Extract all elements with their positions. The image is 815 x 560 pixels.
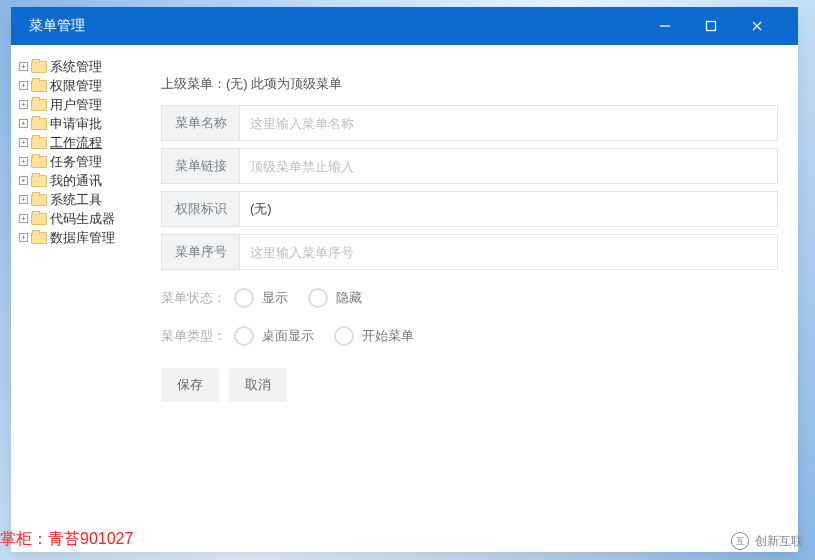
tree-item[interactable]: +代码生成器 bbox=[19, 209, 133, 228]
tree-item-label: 权限管理 bbox=[50, 77, 102, 95]
breadcrumb: 上级菜单：(无) 此项为顶级菜单 bbox=[161, 75, 778, 93]
close-icon[interactable] bbox=[734, 7, 780, 45]
status-label: 菜单状态： bbox=[161, 289, 226, 307]
type-row: 菜单类型： 桌面显示 开始菜单 bbox=[161, 326, 778, 346]
field-order-row: 菜单序号 bbox=[161, 234, 778, 270]
type-start-radio[interactable] bbox=[334, 326, 354, 346]
save-button[interactable]: 保存 bbox=[161, 368, 219, 402]
type-desktop-text: 桌面显示 bbox=[262, 327, 314, 345]
folder-icon bbox=[31, 118, 47, 130]
tree-item-label: 数据库管理 bbox=[50, 229, 115, 247]
minimize-icon[interactable] bbox=[642, 7, 688, 45]
svg-rect-1 bbox=[707, 22, 716, 31]
folder-icon bbox=[31, 194, 47, 206]
folder-icon bbox=[31, 99, 47, 111]
expand-icon[interactable]: + bbox=[19, 195, 28, 204]
type-desktop-radio[interactable] bbox=[234, 326, 254, 346]
status-row: 菜单状态： 显示 隐藏 bbox=[161, 288, 778, 308]
folder-icon bbox=[31, 137, 47, 149]
content: +系统管理+权限管理+用户管理+申请审批+工作流程+任务管理+我的通讯+系统工具… bbox=[11, 45, 798, 552]
expand-icon[interactable]: + bbox=[19, 100, 28, 109]
type-label: 菜单类型： bbox=[161, 327, 226, 345]
folder-icon bbox=[31, 61, 47, 73]
field-link-row: 菜单链接 bbox=[161, 148, 778, 184]
cancel-button[interactable]: 取消 bbox=[229, 368, 287, 402]
expand-icon[interactable]: + bbox=[19, 214, 28, 223]
tree-item[interactable]: +工作流程 bbox=[19, 133, 133, 152]
field-perm-row: 权限标识 bbox=[161, 191, 778, 227]
expand-icon[interactable]: + bbox=[19, 233, 28, 242]
tree-item-label: 申请审批 bbox=[50, 115, 102, 133]
tree-item[interactable]: +系统管理 bbox=[19, 57, 133, 76]
footer-text: 掌柜：青苔901027 bbox=[0, 529, 133, 550]
expand-icon[interactable]: + bbox=[19, 157, 28, 166]
tree-item[interactable]: +我的通讯 bbox=[19, 171, 133, 190]
tree-item[interactable]: +申请审批 bbox=[19, 114, 133, 133]
expand-icon[interactable]: + bbox=[19, 81, 28, 90]
tree-item-label: 代码生成器 bbox=[50, 210, 115, 228]
folder-icon bbox=[31, 232, 47, 244]
field-order-label: 菜单序号 bbox=[162, 235, 240, 269]
field-perm-label: 权限标识 bbox=[162, 192, 240, 226]
tree-item[interactable]: +用户管理 bbox=[19, 95, 133, 114]
window-title: 菜单管理 bbox=[29, 17, 85, 35]
button-row: 保存 取消 bbox=[161, 368, 778, 402]
tree-item[interactable]: +数据库管理 bbox=[19, 228, 133, 247]
expand-icon[interactable]: + bbox=[19, 138, 28, 147]
menu-perm-input[interactable] bbox=[250, 192, 767, 226]
tree-item-label: 系统管理 bbox=[50, 58, 102, 76]
tree-item-label: 系统工具 bbox=[50, 191, 102, 209]
maximize-icon[interactable] bbox=[688, 7, 734, 45]
field-link-label: 菜单链接 bbox=[162, 149, 240, 183]
field-name-row: 菜单名称 bbox=[161, 105, 778, 141]
tree-item[interactable]: +权限管理 bbox=[19, 76, 133, 95]
folder-icon bbox=[31, 80, 47, 92]
tree-item-label: 用户管理 bbox=[50, 96, 102, 114]
menu-form: 上级菜单：(无) 此项为顶级菜单 菜单名称 菜单链接 权限标识 菜单序号 菜单状… bbox=[141, 45, 798, 552]
window-frame: 菜单管理 +系统管理+权限管理+用户管理+申请审批+工作流程+任务管理+我的通讯… bbox=[11, 7, 798, 552]
status-show-radio[interactable] bbox=[234, 288, 254, 308]
menu-order-input[interactable] bbox=[250, 235, 767, 269]
expand-icon[interactable]: + bbox=[19, 119, 28, 128]
type-start-text: 开始菜单 bbox=[362, 327, 414, 345]
expand-icon[interactable]: + bbox=[19, 176, 28, 185]
watermark: 互 创新互联 bbox=[731, 532, 803, 550]
menu-name-input[interactable] bbox=[250, 106, 767, 140]
tree-item[interactable]: +系统工具 bbox=[19, 190, 133, 209]
expand-icon[interactable]: + bbox=[19, 62, 28, 71]
tree-item-label: 任务管理 bbox=[50, 153, 102, 171]
tree-item[interactable]: +任务管理 bbox=[19, 152, 133, 171]
status-hide-radio[interactable] bbox=[308, 288, 328, 308]
tree-item-label: 工作流程 bbox=[50, 134, 102, 152]
folder-icon bbox=[31, 213, 47, 225]
menu-tree: +系统管理+权限管理+用户管理+申请审批+工作流程+任务管理+我的通讯+系统工具… bbox=[11, 45, 141, 552]
menu-link-input[interactable] bbox=[250, 149, 767, 183]
titlebar[interactable]: 菜单管理 bbox=[11, 7, 798, 45]
watermark-icon: 互 bbox=[731, 532, 749, 550]
status-show-text: 显示 bbox=[262, 289, 288, 307]
folder-icon bbox=[31, 156, 47, 168]
folder-icon bbox=[31, 175, 47, 187]
watermark-text: 创新互联 bbox=[755, 533, 803, 550]
field-name-label: 菜单名称 bbox=[162, 106, 240, 140]
status-hide-text: 隐藏 bbox=[336, 289, 362, 307]
tree-item-label: 我的通讯 bbox=[50, 172, 102, 190]
